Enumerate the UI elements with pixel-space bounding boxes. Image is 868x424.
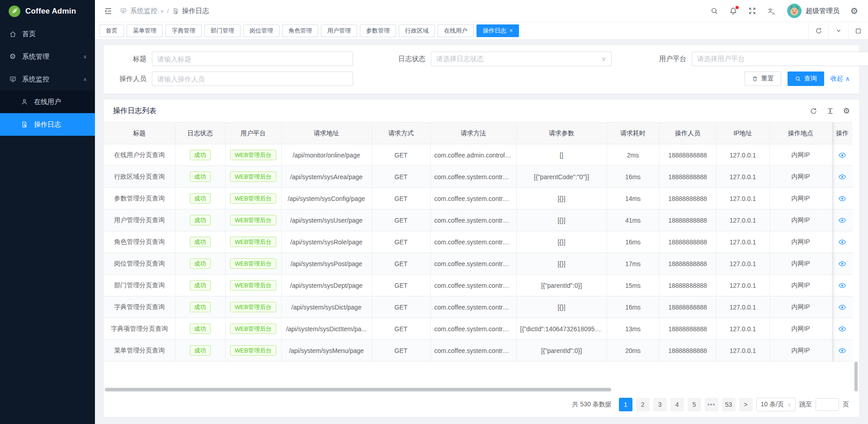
tab-param-manage[interactable]: 参数管理 (360, 24, 396, 37)
status-badge: 成功 (190, 237, 211, 247)
cell-request-url: /api/system/sysDictItem/pa... (281, 318, 372, 340)
view-detail-eye-icon[interactable] (838, 238, 846, 246)
breadcrumb-section[interactable]: 系统监控 (130, 7, 157, 15)
cell-request-params: [{"parentId":0}] (516, 340, 607, 362)
translate-icon[interactable]: 文A (767, 6, 776, 15)
page-button-3[interactable]: 3 (653, 398, 667, 411)
settings-icon[interactable]: ⚙ (843, 107, 850, 115)
tab-dept-manage[interactable]: 部门管理 (204, 24, 241, 37)
page-ellipsis[interactable]: ••• (705, 398, 718, 411)
page-button-53[interactable]: 53 (722, 398, 736, 411)
tab-user-manage[interactable]: 用户管理 (321, 24, 357, 37)
platform-badge: WEB管理后台 (230, 193, 276, 204)
app-root: Coffee Admin 首页 ⚙ 系统管理 ∨ 系统监控 ∧ (0, 0, 868, 424)
next-page-button[interactable]: > (739, 398, 753, 411)
cell-request-params: [{"dictId":140647326180950... (516, 318, 607, 340)
tab-operation-log[interactable]: 操作日志 × (476, 24, 519, 37)
fullscreen-icon[interactable] (748, 7, 756, 15)
cell-request-url: /api/system/sysDict/page (281, 296, 372, 318)
maximize-icon[interactable] (848, 22, 868, 39)
page-button-1[interactable]: 1 (619, 398, 632, 411)
row-height-icon[interactable] (826, 107, 834, 115)
user-menu[interactable]: 超级管理员 (787, 4, 840, 18)
menu-fold-icon[interactable] (104, 7, 113, 15)
cell-duration: 14ms (607, 188, 659, 210)
view-detail-eye-icon[interactable] (838, 260, 846, 268)
platform-select[interactable]: 请选择用户平台 ∨ (692, 52, 868, 66)
table-row: 部门管理分页查询 成功 WEB管理后台 /api/system/sysDept/… (104, 275, 853, 296)
page-button-2[interactable]: 2 (636, 398, 650, 411)
tab-online-users[interactable]: 在线用户 (438, 24, 474, 37)
jump-input[interactable] (816, 398, 839, 411)
collapse-link[interactable]: 收起 ∧ (830, 75, 850, 83)
view-detail-eye-icon[interactable] (838, 325, 846, 333)
cell-duration: 17ms (607, 253, 659, 275)
svg-text:A: A (772, 11, 775, 15)
cell-duration: 20ms (607, 340, 659, 362)
tab-dict-manage[interactable]: 字典管理 (165, 24, 202, 37)
table-row: 字典项管理分页查询 成功 WEB管理后台 /api/system/sysDict… (104, 318, 853, 340)
view-detail-eye-icon[interactable] (838, 195, 846, 203)
gear-icon[interactable]: ⚙ (850, 7, 858, 15)
cell-platform: WEB管理后台 (225, 210, 281, 231)
reset-button[interactable]: 重置 (745, 71, 781, 86)
cell-duration: 16ms (607, 166, 659, 188)
search-icon[interactable] (710, 7, 718, 15)
sidebar-item-system-manage[interactable]: ⚙ 系统管理 ∨ (0, 45, 95, 68)
tab-role-manage[interactable]: 角色管理 (282, 24, 318, 37)
main-area: 系统监控 ∨ / 操作日志 文A (95, 0, 868, 424)
title-input-inner[interactable] (157, 55, 348, 63)
cell-log-status: 成功 (175, 275, 225, 296)
view-detail-eye-icon[interactable] (838, 347, 846, 355)
sidebar-item-operation-log[interactable]: 操作日志 (0, 113, 95, 136)
chevron-down-icon: ∨ (83, 54, 87, 60)
sidebar: Coffee Admin 首页 ⚙ 系统管理 ∨ 系统监控 ∧ (0, 0, 95, 424)
tab-bar: 首页 菜单管理 字典管理 部门管理 岗位管理 角色管理 用户管理 参数管理 行政… (95, 22, 868, 40)
col-header: 日志状态 (175, 123, 225, 144)
tab-area[interactable]: 行政区域 (399, 24, 435, 37)
log-status-select[interactable]: 请选择日志状态 ∨ (431, 52, 612, 66)
sidebar-item-home[interactable]: 首页 (0, 23, 95, 45)
cell-location: 内网IP (769, 144, 832, 166)
view-detail-eye-icon[interactable] (838, 303, 846, 311)
page-button-4[interactable]: 4 (670, 398, 684, 411)
cell-ip: 127.0.0.1 (716, 318, 769, 340)
pagination-total: 共 530 条数据 (572, 400, 611, 409)
cell-ip: 127.0.0.1 (716, 340, 769, 362)
view-detail-eye-icon[interactable] (838, 216, 846, 224)
sidebar-item-online-users[interactable]: 在线用户 (0, 91, 95, 113)
status-badge: 成功 (190, 258, 211, 269)
refresh-icon[interactable] (810, 107, 817, 115)
chevron-down-icon[interactable] (828, 22, 848, 39)
vertical-scrollbar[interactable] (854, 362, 858, 391)
page-size-select[interactable]: 10 条/页 ∨ (756, 398, 796, 411)
view-detail-eye-icon[interactable] (838, 151, 846, 159)
search-button[interactable]: 查询 (788, 71, 824, 86)
refresh-icon[interactable] (808, 22, 828, 39)
cell-duration: 16ms (607, 231, 659, 253)
cell-request-func: com.coffee.system.controlle... (430, 318, 516, 340)
tab-home[interactable]: 首页 (99, 24, 124, 37)
view-detail-eye-icon[interactable] (838, 173, 846, 181)
operator-input[interactable] (152, 71, 353, 86)
page-button-5[interactable]: 5 (688, 398, 701, 411)
cell-operator: 18888888888 (659, 340, 716, 362)
sidebar-item-label: 操作日志 (34, 120, 61, 129)
cell-request-method: GET (372, 275, 430, 296)
jump-label: 跳至 (799, 400, 812, 409)
horizontal-scrollbar[interactable] (105, 388, 611, 391)
view-detail-eye-icon[interactable] (838, 281, 846, 290)
close-icon[interactable]: × (509, 28, 513, 34)
bell-icon[interactable] (729, 7, 737, 15)
cell-log-status: 成功 (175, 253, 225, 275)
cell-ip: 127.0.0.1 (716, 188, 769, 210)
title-input[interactable] (152, 52, 353, 66)
tab-menu-manage[interactable]: 菜单管理 (127, 24, 163, 37)
sidebar-item-system-monitor[interactable]: 系统监控 ∧ (0, 68, 95, 91)
col-header: 请求地址 (281, 123, 372, 144)
cell-request-params: [{}] (516, 210, 607, 231)
gear-icon: ⚙ (8, 53, 17, 60)
cell-ip: 127.0.0.1 (716, 253, 769, 275)
operator-input-inner[interactable] (157, 75, 348, 83)
tab-post-manage[interactable]: 岗位管理 (243, 24, 279, 37)
